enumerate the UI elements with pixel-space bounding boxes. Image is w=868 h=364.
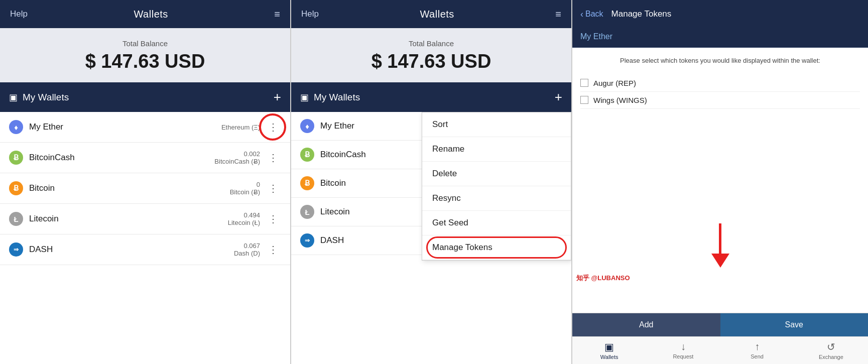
hamburger-icon-1[interactable]: ≡ bbox=[274, 9, 280, 20]
wallet-list-with-dropdown: ♦ My Ether Ƀ BitcoinCash Ƀ Bitcoin Ł Lit… bbox=[291, 112, 571, 364]
ether-balance-unit-1: Ethereum (Ξ) bbox=[221, 124, 260, 131]
wallets-header-label-1: My Wallets bbox=[23, 92, 69, 103]
hamburger-icon-2[interactable]: ≡ bbox=[555, 9, 561, 20]
ltc-wallet-name-1: Litecoin bbox=[29, 214, 228, 224]
arrow-container bbox=[572, 178, 868, 313]
arrow-shaft bbox=[719, 223, 721, 254]
dash-coin-icon-1: ⇒ bbox=[9, 242, 23, 257]
panel3-footer: Add Save ▣ Wallets ↓ Request ↑ Send ↺ Ex… bbox=[572, 313, 868, 364]
watermark: 知乎 @LUBANSO bbox=[576, 274, 630, 283]
btccash-coin-icon-2: Ƀ bbox=[300, 148, 314, 162]
ether-dots-menu-1[interactable]: ⋮ bbox=[265, 119, 281, 135]
bottom-nav-wallets[interactable]: ▣ Wallets bbox=[572, 337, 646, 364]
btc-coin-icon-1: Ƀ bbox=[9, 181, 23, 195]
btccash-coin-icon-1: Ƀ bbox=[9, 151, 23, 165]
btc-coin-icon-2: Ƀ bbox=[300, 176, 314, 190]
panel3-body: Please select which tokens you would lik… bbox=[572, 48, 868, 313]
back-chevron-icon: ‹ bbox=[580, 9, 583, 20]
btc-balance-unit-1: Bitcoin (Ƀ) bbox=[230, 188, 260, 196]
bottom-nav-send[interactable]: ↑ Send bbox=[720, 337, 794, 364]
dropdown-rename[interactable]: Rename bbox=[422, 137, 571, 162]
token-row-wings: Wings (WINGS) bbox=[580, 92, 860, 109]
bottom-nav-exchange[interactable]: ↺ Exchange bbox=[794, 337, 868, 364]
nav-bar-2: Help Wallets ≡ bbox=[291, 0, 571, 28]
augur-checkbox[interactable] bbox=[580, 79, 588, 87]
btc-dots-menu-1[interactable]: ⋮ bbox=[265, 180, 281, 196]
panel-1: Help Wallets ≡ Total Balance $ 147.63 US… bbox=[0, 0, 291, 364]
add-wallet-button-1[interactable]: + bbox=[274, 89, 281, 105]
ether-wallet-name-1: My Ether bbox=[29, 122, 221, 132]
wallet-item-ether-1[interactable]: ♦ My Ether Ethereum (Ξ) ⋮ bbox=[0, 112, 290, 143]
ltc-coin-icon-1: Ł bbox=[9, 212, 23, 226]
ltc-balance-amount-1: 0.494 bbox=[228, 211, 260, 219]
dash-coin-icon-2: ⇒ bbox=[300, 233, 314, 248]
send-nav-label: Send bbox=[751, 353, 764, 359]
wallet-item-ltc-1[interactable]: Ł Litecoin 0.494 Litecoin (Ł) ⋮ bbox=[0, 204, 290, 234]
wallet-icon-2: ▣ bbox=[300, 92, 309, 103]
wallet-item-btccash-1[interactable]: Ƀ BitcoinCash 0.002 BitcoinCash (Ƀ) ⋮ bbox=[0, 143, 290, 173]
nav-title-1: Wallets bbox=[134, 9, 168, 20]
dash-wallet-name-1: DASH bbox=[29, 245, 234, 255]
exchange-nav-label: Exchange bbox=[819, 354, 843, 360]
nav-bar-1: Help Wallets ≡ bbox=[0, 0, 290, 28]
wallets-header-2: ▣ My Wallets + bbox=[291, 82, 571, 112]
dash-balance-1: 0.067 Dash (D) bbox=[234, 242, 260, 257]
ether-coin-icon-2: ♦ bbox=[300, 119, 314, 133]
red-arrow-indicator bbox=[711, 223, 729, 268]
save-button[interactable]: Save bbox=[720, 313, 869, 336]
balance-amount-1: $ 147.63 USD bbox=[8, 51, 282, 72]
balance-section-2: Total Balance $ 147.63 USD bbox=[291, 28, 571, 82]
btccash-balance-amount-1: 0.002 bbox=[214, 150, 260, 158]
instruction-text: Please select which tokens you would lik… bbox=[580, 56, 860, 66]
wings-checkbox[interactable] bbox=[580, 96, 588, 104]
panel3-header: ‹ Back Manage Tokens bbox=[572, 0, 868, 28]
btc-wallet-name-1: Bitcoin bbox=[29, 183, 230, 193]
wallet-icon-1: ▣ bbox=[9, 92, 18, 103]
dropdown-get-seed[interactable]: Get Seed bbox=[422, 211, 571, 235]
add-wallet-button-2[interactable]: + bbox=[555, 89, 562, 105]
bottom-nav-request[interactable]: ↓ Request bbox=[646, 337, 720, 364]
dropdown-manage-tokens[interactable]: Manage Tokens bbox=[422, 235, 571, 260]
btccash-dots-menu-1[interactable]: ⋮ bbox=[265, 150, 281, 166]
wings-label: Wings (WINGS) bbox=[593, 96, 647, 104]
arrow-head bbox=[711, 254, 729, 268]
wallets-nav-icon: ▣ bbox=[604, 341, 614, 353]
wallet-item-btc-1[interactable]: Ƀ Bitcoin 0 Bitcoin (Ƀ) ⋮ bbox=[0, 173, 290, 204]
panel-2: Help Wallets ≡ Total Balance $ 147.63 US… bbox=[291, 0, 572, 364]
ltc-balance-unit-1: Litecoin (Ł) bbox=[228, 219, 260, 226]
ether-coin-icon-1: ♦ bbox=[9, 120, 23, 134]
ether-balance-1: Ethereum (Ξ) bbox=[221, 124, 260, 131]
balance-label-2: Total Balance bbox=[299, 39, 563, 48]
dash-balance-unit-1: Dash (D) bbox=[234, 250, 260, 257]
ltc-dots-menu-1[interactable]: ⋮ bbox=[265, 211, 281, 227]
back-button[interactable]: ‹ Back bbox=[580, 9, 603, 20]
context-dropdown: Sort Rename Delete Resync Get Seed Manag… bbox=[422, 112, 571, 261]
action-buttons: Add Save bbox=[572, 313, 868, 336]
help-button-1[interactable]: Help bbox=[10, 9, 28, 19]
balance-label-1: Total Balance bbox=[8, 39, 282, 48]
btccash-balance-1: 0.002 BitcoinCash (Ƀ) bbox=[214, 150, 260, 165]
dash-dots-menu-1[interactable]: ⋮ bbox=[265, 241, 281, 258]
back-label: Back bbox=[585, 10, 603, 19]
token-row-augur: Augur (REP) bbox=[580, 75, 860, 92]
panel-3: ‹ Back Manage Tokens My Ether Please sel… bbox=[572, 0, 868, 364]
bottom-nav: ▣ Wallets ↓ Request ↑ Send ↺ Exchange bbox=[572, 336, 868, 364]
panel3-title: Manage Tokens bbox=[611, 9, 672, 19]
augur-label: Augur (REP) bbox=[593, 79, 636, 87]
dropdown-resync[interactable]: Resync bbox=[422, 186, 571, 211]
panel3-content: Please select which tokens you would lik… bbox=[572, 48, 868, 178]
dropdown-sort[interactable]: Sort bbox=[422, 112, 571, 137]
dropdown-delete[interactable]: Delete bbox=[422, 162, 571, 186]
wallet-item-dash-1[interactable]: ⇒ DASH 0.067 Dash (D) ⋮ bbox=[0, 234, 290, 265]
btc-balance-amount-1: 0 bbox=[230, 181, 260, 188]
send-nav-icon: ↑ bbox=[755, 341, 760, 352]
help-button-2[interactable]: Help bbox=[301, 9, 319, 19]
wallets-header-1: ▣ My Wallets + bbox=[0, 82, 290, 112]
add-button[interactable]: Add bbox=[572, 313, 720, 336]
manage-tokens-label: Manage Tokens bbox=[432, 242, 492, 252]
request-nav-label: Request bbox=[673, 353, 693, 359]
ltc-balance-1: 0.494 Litecoin (Ł) bbox=[228, 211, 260, 226]
exchange-nav-icon: ↺ bbox=[827, 341, 835, 353]
ltc-coin-icon-2: Ł bbox=[300, 205, 314, 219]
btc-balance-1: 0 Bitcoin (Ƀ) bbox=[230, 181, 260, 196]
